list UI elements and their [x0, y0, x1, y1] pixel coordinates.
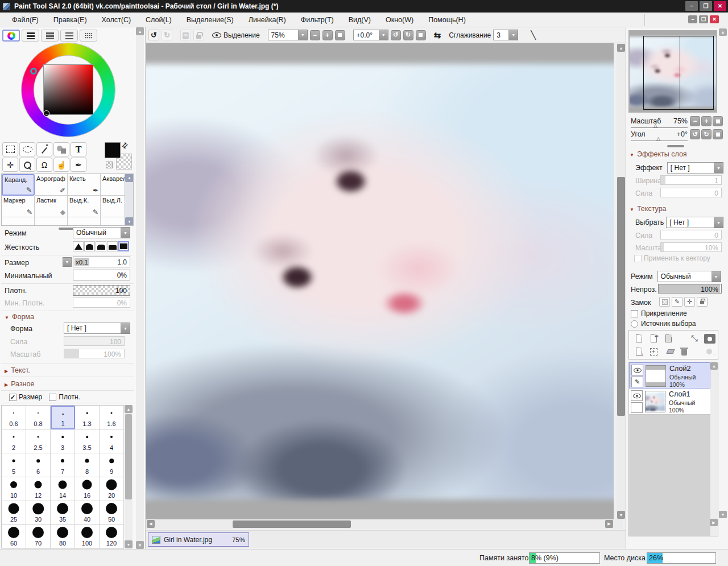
brush-grid-scrollbar[interactable]: ▲ ▼: [125, 173, 134, 226]
hardness-4-button[interactable]: [107, 241, 118, 251]
brush-pencil[interactable]: Каранд.✎: [2, 174, 35, 196]
brush-brush[interactable]: Кисть✒: [68, 174, 101, 196]
misc-section-header[interactable]: ▶Разное: [5, 380, 34, 388]
chevron-down-icon[interactable]: ▼: [714, 217, 723, 228]
rotate-canvas-tool[interactable]: Ω: [36, 158, 52, 172]
size-preset-cell[interactable]: 60: [2, 525, 26, 549]
menu-canvas[interactable]: Холст(C): [94, 14, 139, 26]
new-folder-button[interactable]: [662, 333, 675, 344]
menu-view[interactable]: Вид(V): [341, 14, 378, 26]
nav-zoom-in-button[interactable]: +: [701, 116, 712, 126]
scroll-up-icon[interactable]: ▲: [719, 28, 727, 36]
hand-tool[interactable]: ☝: [53, 158, 69, 172]
shape-scale-field[interactable]: 100%: [64, 349, 125, 358]
size-multiplier-chip[interactable]: x0.1: [75, 258, 89, 266]
size-preset-cell[interactable]: 10: [2, 477, 26, 501]
navigator-viewport-rect[interactable]: [643, 36, 714, 110]
lock-all-button[interactable]: [697, 297, 708, 307]
brush-eraser[interactable]: Ластик◆: [35, 196, 68, 217]
size-checkbox[interactable]: ✓: [9, 394, 16, 401]
brush-airbrush[interactable]: Аэрограф✐: [35, 174, 68, 196]
size-preset-cell[interactable]: 3: [51, 429, 75, 453]
size-preset-cell[interactable]: 80: [51, 525, 75, 549]
chevron-down-icon[interactable]: ▼: [712, 271, 721, 282]
size-preset-cell[interactable]: 20: [100, 477, 124, 501]
layer-mask-button[interactable]: [704, 334, 715, 344]
rotate-ccw-button[interactable]: ↺: [391, 30, 401, 40]
doc-close-button[interactable]: ✕: [710, 15, 719, 23]
size-preset-cell[interactable]: 12: [26, 477, 51, 501]
canvas-image[interactable]: [146, 64, 614, 499]
size-preset-cell[interactable]: 25: [2, 501, 26, 525]
chevron-down-icon[interactable]: ▼: [299, 30, 308, 40]
scale-slider-thumb[interactable]: △: [653, 123, 657, 129]
nav-rotate-cw-button[interactable]: ↻: [701, 129, 712, 139]
lasso-tool[interactable]: [19, 142, 35, 156]
scroll-down-icon[interactable]: ▼: [617, 511, 625, 519]
scroll-left-icon[interactable]: ◀: [147, 520, 155, 528]
texture-scale-field[interactable]: 10%: [660, 242, 722, 252]
layer-edit-button[interactable]: ✎: [631, 377, 643, 387]
navigator[interactable]: [628, 30, 717, 113]
layer-visibility-button[interactable]: [631, 390, 643, 401]
shape-section-header[interactable]: ▼Форма: [5, 313, 34, 321]
scrollbar-thumb[interactable]: [617, 177, 625, 416]
chevron-down-icon[interactable]: ▼: [714, 162, 723, 173]
crop-button[interactable]: ▤: [180, 30, 191, 40]
swap-colors-icon[interactable]: ⇄: [119, 140, 130, 150]
clipping-checkbox[interactable]: [631, 310, 638, 317]
minimize-button[interactable]: –: [685, 1, 698, 11]
add-selection-button[interactable]: +: [647, 346, 660, 357]
size-preset-cell[interactable]: 1.3: [75, 406, 100, 429]
transform-button[interactable]: ⤡: [688, 333, 701, 344]
brush-mode-dropdown[interactable]: Обычный ▼: [73, 227, 130, 238]
size-preset-cell[interactable]: 70: [26, 525, 51, 549]
rect-select-tool[interactable]: [2, 142, 18, 156]
layer-mode-dropdown[interactable]: Обычный ▼: [657, 271, 721, 282]
size-field[interactable]: x0.1 1.0: [73, 257, 130, 267]
size-dropdown-button[interactable]: ▼: [63, 257, 72, 267]
lock-transparency-button[interactable]: [659, 297, 670, 307]
size-preset-cell[interactable]: 0.8: [26, 406, 51, 429]
layers-scrollbar[interactable]: ▲: [710, 362, 718, 536]
size-preset-cell[interactable]: 4: [100, 429, 124, 453]
size-preset-cell[interactable]: 2.5: [26, 429, 51, 453]
horizontal-scrollbar[interactable]: ◀ ▶: [146, 519, 623, 529]
angle-slider-thumb[interactable]: △: [656, 136, 660, 142]
hardness-5-button[interactable]: [118, 241, 129, 251]
color-wheel[interactable]: [22, 43, 115, 137]
nav-zoom-out-button[interactable]: −: [690, 116, 700, 126]
texture-dropdown[interactable]: [ Нет ] ▼: [666, 217, 723, 228]
rotate-reset-button[interactable]: [416, 30, 426, 40]
brush-select-pen[interactable]: Выд.К.✎: [68, 196, 101, 217]
clear-layer-button[interactable]: [664, 346, 677, 357]
merge-down-button[interactable]: ↓: [632, 346, 645, 357]
tab-swatches[interactable]: [80, 30, 97, 42]
size-preset-cell[interactable]: 2: [2, 429, 26, 453]
zoom-in-button[interactable]: +: [322, 30, 333, 40]
scroll-right-icon[interactable]: ▶: [710, 519, 718, 526]
brush-row3-partial[interactable]: [2, 217, 35, 226]
new-layer-button[interactable]: [632, 333, 645, 344]
size-preset-cell[interactable]: 16: [75, 477, 100, 501]
layer-row-2[interactable]: ✎ Слой2 Обычный 100%: [629, 362, 710, 389]
scroll-up-icon[interactable]: ▲: [617, 44, 625, 52]
rotate-cw-button[interactable]: ↻: [403, 30, 413, 40]
min-density-field[interactable]: 0%: [73, 298, 130, 308]
size-preset-cell[interactable]: 7: [51, 453, 75, 477]
size-preset-cell[interactable]: 120: [100, 525, 124, 549]
lock-move-button[interactable]: ✛: [684, 297, 695, 307]
panel-splitter[interactable]: [667, 145, 684, 147]
tab-hsv-sliders[interactable]: [41, 30, 59, 42]
size-preset-cell[interactable]: 35: [51, 501, 75, 525]
restore-button[interactable]: ❐: [700, 1, 712, 11]
effect-dropdown[interactable]: [ Нет ] ▼: [667, 162, 723, 173]
effect-width-field[interactable]: 1: [660, 175, 722, 185]
lock-paint-button[interactable]: ✎: [672, 297, 682, 307]
nav-rotate-ccw-button[interactable]: ↺: [690, 129, 700, 139]
size-preset-cell[interactable]: 100: [75, 525, 100, 549]
layer-edit-button[interactable]: [631, 402, 643, 413]
size-preset-cell[interactable]: 0.6: [2, 406, 26, 429]
foreground-color-swatch[interactable]: [105, 142, 121, 158]
scroll-down-icon[interactable]: ▼: [719, 511, 727, 518]
